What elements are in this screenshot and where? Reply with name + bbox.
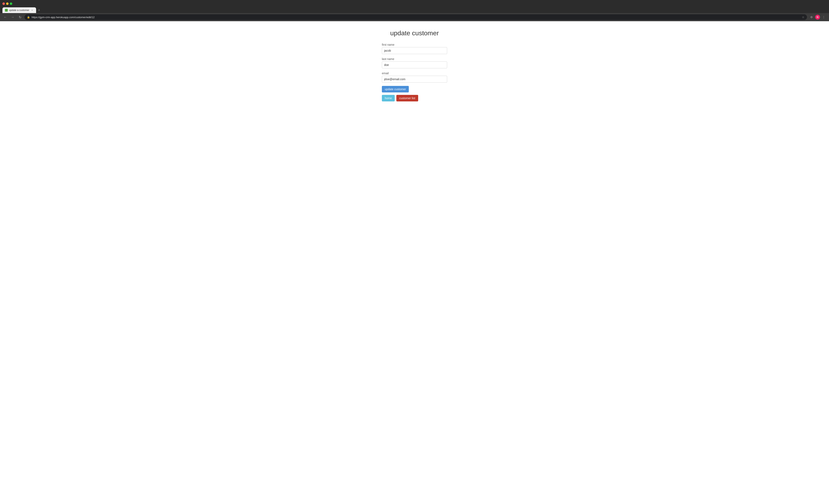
window-minimize-button[interactable] (6, 2, 8, 5)
title-bar (0, 0, 829, 7)
action-buttons: home customer list (382, 95, 447, 101)
page-content: update customer first name last name ema… (0, 21, 829, 504)
lock-icon: 🔒 (27, 16, 30, 19)
bookmark-icon: ☆ (802, 15, 804, 19)
last-name-group: last name (382, 57, 447, 68)
page-title: update customer (390, 29, 439, 37)
last-name-input[interactable] (382, 62, 447, 68)
window-close-button[interactable] (2, 2, 5, 5)
email-group: email (382, 72, 447, 83)
back-button[interactable]: ← (2, 14, 8, 20)
form-container: first name last name email update custom… (382, 43, 447, 101)
last-name-label: last name (382, 57, 447, 61)
extensions-button[interactable]: ⚙ (808, 14, 814, 20)
nav-bar: ← → ↻ 🔒 ☆ ⚙ G ⋮ (0, 13, 829, 21)
address-bar[interactable]: 🔒 ☆ (25, 14, 807, 20)
tab-favicon: 🌿 (5, 9, 8, 12)
tab-title: update a customer (9, 9, 29, 12)
update-customer-button[interactable]: update customer (382, 86, 409, 93)
email-input[interactable] (382, 76, 447, 83)
profile-avatar[interactable]: G (815, 15, 820, 20)
window-maximize-button[interactable] (10, 2, 12, 5)
forward-button[interactable]: → (10, 14, 15, 20)
active-tab[interactable]: 🌿 update a customer × (2, 7, 36, 13)
first-name-input[interactable] (382, 47, 447, 54)
browser-actions: ⚙ G ⋮ (808, 14, 827, 20)
new-tab-button[interactable]: + (36, 7, 42, 13)
browser-chrome: 🌿 update a customer × + ← → ↻ 🔒 ☆ ⚙ G ⋮ (0, 0, 829, 21)
tab-close-button[interactable]: × (30, 8, 34, 12)
tab-bar: 🌿 update a customer × + (0, 7, 829, 13)
home-button[interactable]: home (382, 95, 395, 101)
first-name-label: first name (382, 43, 447, 46)
email-label: email (382, 72, 447, 75)
first-name-group: first name (382, 43, 447, 54)
menu-button[interactable]: ⋮ (821, 14, 827, 20)
customer-list-button[interactable]: customer list (396, 95, 418, 101)
window-controls (2, 2, 12, 5)
address-input[interactable] (32, 16, 800, 19)
refresh-button[interactable]: ↻ (17, 14, 23, 20)
